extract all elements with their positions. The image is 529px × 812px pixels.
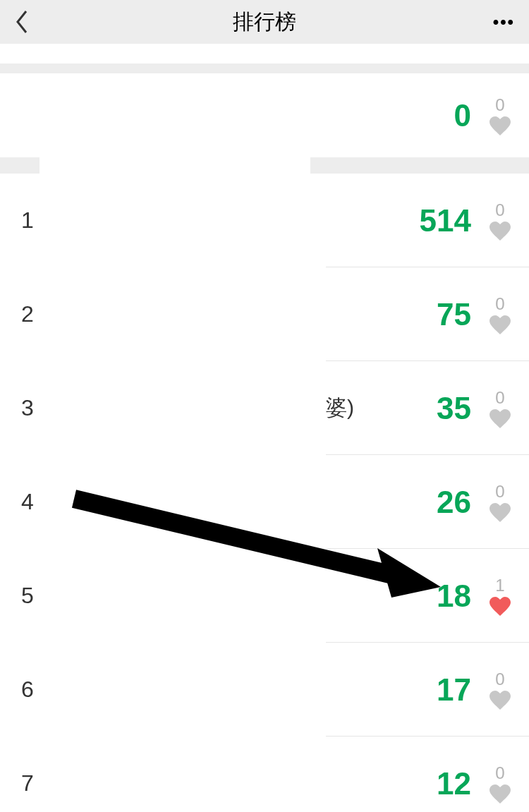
ranking-row[interactable]: 7120 (0, 737, 529, 812)
rank-number: 2 (21, 301, 63, 327)
self-score: 0 (454, 98, 471, 133)
separator (0, 63, 529, 73)
like-button[interactable]: 0 (485, 763, 515, 804)
spacer (0, 44, 529, 63)
ranking-row[interactable]: 5181 (0, 549, 529, 643)
heart-icon (489, 222, 511, 241)
row-score: 17 (437, 672, 471, 708)
self-like-count: 0 (495, 95, 504, 115)
page-title: 排行榜 (233, 8, 296, 37)
heart-icon (489, 116, 511, 136)
rank-number: 1 (21, 207, 63, 234)
self-like-button[interactable]: 0 (485, 95, 515, 136)
heart-icon (489, 784, 511, 804)
ranking-row[interactable]: 6170 (0, 643, 529, 737)
rank-number: 5 (21, 583, 63, 609)
rank-number: 3 (21, 395, 63, 421)
like-count: 0 (495, 294, 504, 314)
ranking-row[interactable]: 15140 (0, 174, 529, 267)
row-score: 75 (437, 297, 471, 332)
like-count: 0 (495, 482, 504, 502)
like-count: 0 (495, 669, 504, 689)
like-count: 0 (495, 200, 504, 220)
heart-icon (489, 691, 511, 710)
like-button[interactable]: 0 (485, 482, 515, 523)
like-count: 0 (495, 388, 504, 408)
tab-gray-left (0, 157, 39, 174)
like-button[interactable]: 0 (485, 669, 515, 710)
back-button[interactable] (14, 8, 42, 36)
ellipsis-icon: ••• (493, 12, 515, 32)
ranking-list: 1514027503婆)3504260518161707120 (0, 174, 529, 812)
like-button[interactable]: 1 (485, 576, 515, 617)
heart-icon (489, 597, 511, 617)
rank-number: 4 (21, 489, 63, 515)
ranking-row[interactable]: 3婆)350 (0, 361, 529, 455)
rank-number: 7 (21, 770, 63, 796)
heart-icon (489, 409, 511, 429)
tab-separator-row (0, 157, 529, 174)
row-score: 12 (437, 766, 471, 801)
more-button[interactable]: ••• (487, 8, 515, 36)
row-score: 26 (437, 485, 471, 520)
row-score: 35 (437, 391, 471, 426)
self-row: 0 0 (0, 73, 529, 157)
like-count: 0 (495, 763, 504, 783)
like-button[interactable]: 0 (485, 388, 515, 429)
like-count: 1 (495, 576, 504, 595)
heart-icon (489, 503, 511, 523)
tab-gray-right (310, 157, 529, 174)
ranking-row[interactable]: 2750 (0, 267, 529, 361)
chevron-left-icon (14, 9, 30, 35)
row-score: 514 (420, 203, 471, 238)
name-fragment: 婆) (326, 394, 354, 423)
like-button[interactable]: 0 (485, 200, 515, 241)
heart-icon (489, 315, 511, 335)
ranking-row[interactable]: 4260 (0, 455, 529, 549)
rank-number: 6 (21, 677, 63, 703)
row-score: 18 (437, 578, 471, 614)
like-button[interactable]: 0 (485, 294, 515, 335)
header-bar: 排行榜 ••• (0, 0, 529, 44)
